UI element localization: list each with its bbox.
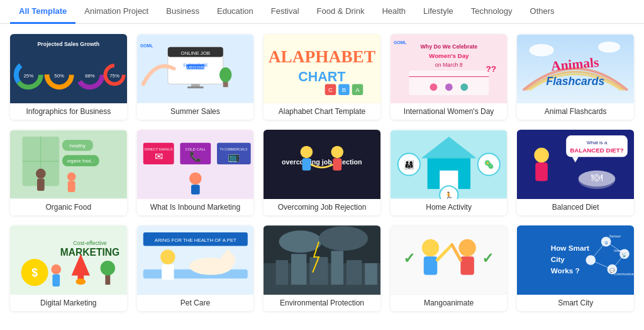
nav-animation[interactable]: Animation Project [75,0,157,24]
nav-others[interactable]: Others [521,0,564,24]
svg-text:ONLINE JOB: ONLINE JOB [180,50,209,56]
svg-text:COLD CALL: COLD CALL [185,147,206,151]
svg-rect-76 [303,158,311,171]
card-infographics-label: Infographics for Business [10,103,127,120]
svg-rect-78 [333,158,342,171]
nav-education[interactable]: Education [208,0,262,24]
svg-text:CHART: CHART [298,69,345,84]
svg-text:Projected Sales Growth: Projected Sales Growth [38,41,100,47]
svg-text:Women's Day: Women's Day [429,52,469,59]
svg-text:Cost-effective: Cost-effective [73,240,107,246]
nav-bar: All Template Animation Project Business … [0,0,644,24]
card-inbound-label: What Is Inbound Marketing [137,199,254,215]
card-environ-label: Environmental Protection [264,295,380,311]
svg-rect-109 [52,274,60,287]
nav-health[interactable]: Health [373,0,414,24]
card-alphabet-label: Alaphabet Chart Template [264,103,380,120]
card-jobreject[interactable]: overcoming job rejection Overcoming Job … [264,130,380,215]
card-infographics[interactable]: Projected Sales Growth 25% 50% 68% 75% I… [10,34,127,120]
svg-point-130 [422,239,439,256]
svg-point-40 [430,83,437,91]
svg-text:75%: 75% [109,73,119,79]
svg-rect-125 [309,257,328,285]
nav-all-template[interactable]: All Template [10,0,75,24]
svg-text:MARKETING: MARKETING [60,247,120,258]
card-homeact-label: Home Activity [391,199,508,215]
svg-text:City: City [551,255,565,263]
card-summer[interactable]: ONLINE JOB SUBSCRIBE SUBSCRIBE GOML Summ… [137,34,254,120]
svg-point-75 [301,146,313,159]
card-balanced[interactable]: What is a BALANCED DIET? 🍽 Balanced Diet [517,130,634,215]
svg-text:Sensor: Sensor [609,234,621,238]
nav-festival[interactable]: Festival [262,0,308,24]
svg-text:A: A [355,86,360,93]
svg-rect-95 [536,162,548,181]
svg-text:🏃: 🏃 [444,191,453,199]
svg-text:👨‍👩‍👧: 👨‍👩‍👧 [404,159,415,170]
svg-text:organic food...: organic food... [67,159,94,164]
svg-text:TV COMMERCIALS: TV COMMERCIALS [219,148,248,151]
svg-text:Works ?: Works ? [551,266,580,275]
nav-food[interactable]: Food & Drink [308,0,374,24]
svg-text:GOML: GOML [394,40,406,45]
svg-text:ALAPHABET: ALAPHABET [269,47,375,66]
svg-text:✓: ✓ [481,250,493,266]
card-smartcity-label: Smart City [517,295,634,311]
svg-text:healthy: healthy [70,143,86,149]
svg-text:What is a: What is a [587,140,608,145]
card-petcare[interactable]: ARING FOR THE HEALTH OF A PET Pet Care [137,225,254,311]
card-smartcity[interactable]: How Smart City Works ? ⚙ 📡 💬 Sensor Inte… [517,225,634,311]
svg-rect-36 [409,71,489,95]
svg-point-21 [219,67,231,82]
svg-point-71 [189,173,202,185]
card-organic[interactable]: healthy organic food... Organic Food [10,130,127,215]
svg-text:✉: ✉ [154,151,162,162]
svg-rect-116 [162,265,174,280]
card-womens[interactable]: Why Do We Celebrate Women's Day on March… [391,34,508,120]
nav-business[interactable]: Business [157,0,208,24]
svg-rect-126 [331,251,344,285]
nav-technology[interactable]: Technology [462,0,521,24]
card-balanced-label: Balanced Diet [517,199,634,215]
svg-point-94 [535,148,549,162]
svg-point-44 [530,44,554,57]
svg-rect-72 [191,185,200,195]
card-inbound[interactable]: DIRECT EMAILS COLD CALL TV COMMERCIALS ✉… [137,130,254,215]
svg-rect-123 [276,260,289,285]
svg-text:$: $ [31,266,38,279]
card-homeact[interactable]: 👨‍👩‍👧 🦠 🏃 Home Activity [391,130,508,215]
svg-text:SUBSCRIBE: SUBSCRIBE [184,65,206,69]
template-grid: Projected Sales Growth 25% 50% 68% 75% I… [0,24,644,321]
svg-text:GOML: GOML [140,43,152,48]
svg-point-105 [76,278,86,285]
svg-point-77 [331,146,344,159]
svg-point-42 [460,83,468,91]
svg-point-108 [51,265,61,275]
svg-point-45 [598,42,620,53]
svg-text:✓: ✓ [402,250,414,266]
card-environ[interactable]: Environmental Protection [264,225,380,311]
nav-lifestyle[interactable]: Lifestyle [414,0,462,24]
svg-rect-60 [68,181,75,192]
card-alphabet[interactable]: ALAPHABET CHART C B A Alaphabet Chart Te… [264,34,380,120]
svg-text:DIRECT EMAILS: DIRECT EMAILS [144,147,172,151]
svg-point-115 [160,249,175,264]
svg-text:25%: 25% [23,73,33,79]
svg-text:How Smart: How Smart [551,244,589,252]
svg-point-57 [36,169,46,179]
svg-text:C: C [328,86,333,93]
card-animals[interactable]: Animals Flashcards Animal Flashcards [517,34,634,120]
card-marketing[interactable]: Cost-effective MARKETING $ Digital Marke… [10,225,127,311]
svg-text:Flashcards: Flashcards [547,75,605,88]
svg-rect-133 [460,256,474,275]
svg-text:🍽: 🍽 [591,171,602,184]
svg-point-114 [225,249,231,258]
svg-rect-131 [424,256,437,275]
svg-text:50%: 50% [54,73,64,79]
card-animals-label: Animal Flashcards [517,103,634,120]
svg-text:??: ?? [486,64,496,74]
card-summer-label: Summer Sales [137,103,254,120]
svg-text:68%: 68% [85,73,95,79]
svg-text:BALANCED DIET?: BALANCED DIET? [570,147,625,154]
card-mango[interactable]: ✓ ✓ Mangoanimate [391,225,508,311]
